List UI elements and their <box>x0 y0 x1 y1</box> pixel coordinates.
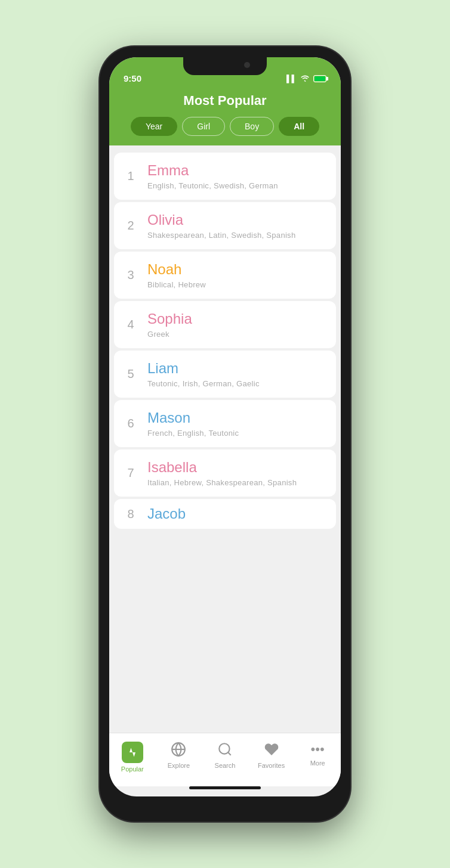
name-noah: Noah <box>147 261 206 278</box>
rank-3: 3 <box>125 268 137 282</box>
origin-olivia: Shakespearean, Latin, Swedish, Spanish <box>147 231 295 240</box>
wifi-icon <box>300 74 310 83</box>
rank-4: 4 <box>125 318 137 331</box>
name-sophia: Sophia <box>147 311 192 327</box>
svg-line-3 <box>228 752 231 755</box>
tab-search[interactable]: Search <box>202 739 248 771</box>
page-title: Most Popular <box>121 93 329 108</box>
list-item[interactable]: 5 Liam Teutonic, Irish, German, Gaelic <box>114 351 336 398</box>
name-info-5: Liam Teutonic, Irish, German, Gaelic <box>147 360 260 388</box>
origin-liam: Teutonic, Irish, German, Gaelic <box>147 379 260 388</box>
rank-5: 5 <box>125 367 137 381</box>
notch <box>183 57 267 75</box>
origin-mason: French, English, Teutonic <box>147 429 239 438</box>
list-item-partial[interactable]: 8 Jacob <box>114 499 336 529</box>
rank-2: 2 <box>125 219 137 232</box>
origin-isabella: Italian, Hebrew, Shakespearean, Spanish <box>147 478 297 487</box>
more-icon: ••• <box>311 742 325 757</box>
tab-more-label: More <box>310 760 325 767</box>
tab-all[interactable]: All <box>279 117 319 136</box>
popular-icon-bg <box>122 742 143 763</box>
status-icons: ▌▌ <box>286 74 326 83</box>
phone-outer: 9:50 ▌▌ <box>0 0 450 868</box>
name-olivia: Olivia <box>147 212 295 228</box>
name-info-7: Isabella Italian, Hebrew, Shakespearean,… <box>147 459 297 487</box>
list-item[interactable]: 3 Noah Biblical, Hebrew <box>114 252 336 299</box>
name-list-container: 1 Emma English, Teutonic, Swedish, Germa… <box>109 145 341 733</box>
home-indicator <box>189 786 261 789</box>
tab-search-label: Search <box>215 762 236 769</box>
tab-favorites[interactable]: Favorites <box>248 739 295 771</box>
tab-girl[interactable]: Girl <box>182 117 225 136</box>
tab-bar: Popular Explore <box>109 733 341 786</box>
tab-popular[interactable]: Popular <box>109 739 156 775</box>
status-bar: 9:50 ▌▌ <box>109 57 341 88</box>
tab-more[interactable]: ••• More <box>294 739 341 769</box>
tab-boy[interactable]: Boy <box>230 117 274 136</box>
list-item[interactable]: 6 Mason French, English, Teutonic <box>114 400 336 447</box>
name-mason: Mason <box>147 410 239 426</box>
rank-1: 1 <box>125 169 137 183</box>
signal-icon: ▌▌ <box>286 75 297 83</box>
status-time: 9:50 <box>124 73 141 83</box>
name-info-6: Mason French, English, Teutonic <box>147 410 239 438</box>
name-liam: Liam <box>147 360 260 377</box>
camera-dot <box>244 62 250 68</box>
tab-favorites-label: Favorites <box>258 762 285 769</box>
list-item[interactable]: 1 Emma English, Teutonic, Swedish, Germa… <box>114 153 336 200</box>
name-info-2: Olivia Shakespearean, Latin, Swedish, Sp… <box>147 212 295 240</box>
name-info-3: Noah Biblical, Hebrew <box>147 261 206 289</box>
explore-icon <box>171 742 186 760</box>
name-list: 1 Emma English, Teutonic, Swedish, Germa… <box>109 145 341 536</box>
tab-explore[interactable]: Explore <box>156 739 202 771</box>
name-info-4: Sophia Greek <box>147 311 192 339</box>
tab-popular-label: Popular <box>121 765 144 773</box>
name-jacob: Jacob <box>147 506 186 522</box>
filter-tabs: Year Girl Boy All <box>121 117 329 136</box>
list-item[interactable]: 4 Sophia Greek <box>114 301 336 348</box>
list-item[interactable]: 2 Olivia Shakespearean, Latin, Swedish, … <box>114 202 336 249</box>
header: Most Popular Year Girl Boy All <box>109 88 341 145</box>
origin-emma: English, Teutonic, Swedish, German <box>147 181 278 190</box>
name-info-8: Jacob <box>147 506 186 522</box>
name-emma: Emma <box>147 162 278 179</box>
origin-noah: Biblical, Hebrew <box>147 280 206 289</box>
battery-icon <box>313 75 326 82</box>
phone-screen: 9:50 ▌▌ <box>109 57 341 796</box>
tab-explore-label: Explore <box>168 762 190 769</box>
favorites-icon <box>264 742 279 760</box>
name-isabella: Isabella <box>147 459 297 476</box>
phone-frame: 9:50 ▌▌ <box>100 46 350 822</box>
svg-point-2 <box>219 743 229 754</box>
origin-sophia: Greek <box>147 330 192 339</box>
search-icon <box>217 742 233 760</box>
popular-icon <box>127 746 138 758</box>
list-item[interactable]: 7 Isabella Italian, Hebrew, Shakespearea… <box>114 450 336 497</box>
rank-8: 8 <box>125 507 137 521</box>
name-info-1: Emma English, Teutonic, Swedish, German <box>147 162 278 190</box>
rank-7: 7 <box>125 466 137 480</box>
tab-year[interactable]: Year <box>131 117 177 136</box>
rank-6: 6 <box>125 417 137 430</box>
